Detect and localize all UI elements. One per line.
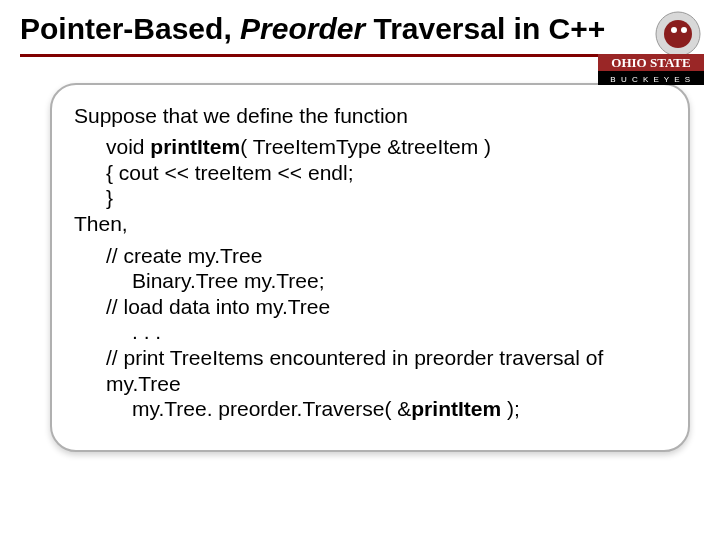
content-box: Suppose that we define the function void…	[50, 83, 690, 452]
line-2a: void	[106, 135, 150, 158]
svg-point-1	[664, 20, 692, 48]
svg-point-2	[671, 27, 677, 33]
line-11b: printItem	[411, 397, 501, 420]
line-11a: my.Tree. preorder.Traverse( &	[132, 397, 411, 420]
logo-bottom-text: B U C K E Y E S	[610, 75, 691, 84]
line-2c: ( TreeItemType &treeItem )	[240, 135, 491, 158]
title-part2: Traversal in C++	[365, 12, 605, 45]
line-10: // print TreeItems encountered in preord…	[74, 345, 666, 396]
svg-point-3	[681, 27, 687, 33]
slide: Pointer-Based, Preorder Traversal in C++…	[0, 0, 720, 540]
line-4: }	[74, 185, 666, 211]
line-3: { cout << treeItem << endl;	[74, 160, 666, 186]
ohio-state-logo: OHIO STATE B U C K E Y E S	[596, 6, 706, 92]
line-11: my.Tree. preorder.Traverse( &printItem )…	[74, 396, 666, 422]
line-1: Suppose that we define the function	[74, 103, 666, 129]
line-5: Then,	[74, 211, 666, 237]
line-2: void printItem( TreeItemType &treeItem )	[74, 134, 666, 160]
line-11c: );	[501, 397, 520, 420]
line-7: Binary.Tree my.Tree;	[74, 268, 666, 294]
line-9: . . .	[74, 319, 666, 345]
title-part1: Pointer-Based,	[20, 12, 240, 45]
title-italic: Preorder	[240, 12, 365, 45]
line-6: // create my.Tree	[74, 243, 666, 269]
line-8: // load data into my.Tree	[74, 294, 666, 320]
line-2b: printItem	[150, 135, 240, 158]
logo-top-text: OHIO STATE	[611, 55, 690, 70]
